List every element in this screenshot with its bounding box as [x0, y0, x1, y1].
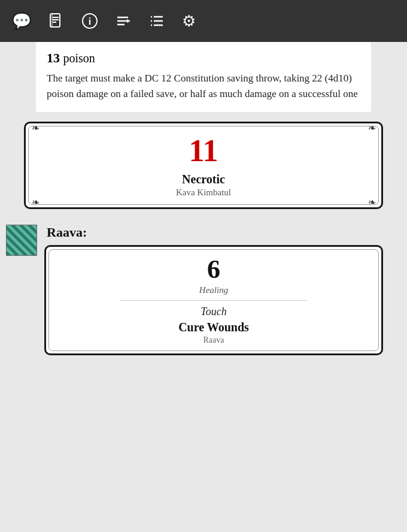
raava-avatar [6, 225, 37, 256]
corner-decoration-tl: ❧ [29, 122, 41, 134]
heal-spell-name: Cure Wounds [58, 321, 369, 334]
corner-decoration-bl: ❧ [29, 197, 41, 208]
heal-type: Healing [58, 285, 369, 295]
raava-section: Raava: 6 Healing Touch Cure Wounds Raava [0, 219, 407, 355]
toolbar: 💬 i ⚙ [0, 0, 407, 42]
chat-icon[interactable]: 💬 [12, 12, 31, 31]
main-content: 13 poison The target must make a DC 12 C… [0, 42, 407, 355]
list-icon[interactable] [148, 13, 165, 29]
corner-decoration-tr: ❧ [366, 122, 378, 134]
necrotic-roll-number: 11 [44, 135, 363, 167]
necrotic-roll-card: ❧ ❧ ❧ ❧ 11 Necrotic Kava Kimbatul [24, 122, 383, 209]
settings-icon[interactable]: ⚙ [182, 12, 196, 31]
script-icon[interactable] [115, 13, 132, 29]
healing-card: 6 Healing Touch Cure Wounds Raava [44, 245, 383, 355]
poison-damage: 13 poison [47, 50, 360, 66]
necrotic-roll-card-inner: ❧ ❧ ❧ ❧ 11 Necrotic Kava Kimbatul [24, 122, 383, 209]
heal-number: 6 [58, 256, 369, 283]
journal-icon[interactable] [48, 13, 65, 29]
heal-spell: Touch [58, 306, 369, 318]
raava-name: Raava: [44, 225, 383, 240]
necrotic-roll-source: Kava Kimbatul [44, 188, 363, 198]
separator [120, 300, 307, 301]
heal-source: Raava [58, 335, 369, 345]
svg-rect-1 [51, 14, 53, 27]
svg-text:i: i [89, 16, 92, 26]
poison-card: 13 poison The target must make a DC 12 C… [36, 42, 371, 112]
corner-decoration-br: ❧ [366, 197, 378, 208]
avatar-pattern [7, 225, 37, 255]
raava-content: Raava: 6 Healing Touch Cure Wounds Raava [44, 225, 383, 355]
info-icon[interactable]: i [81, 13, 98, 29]
poison-description: The target must make a DC 12 Constitutio… [47, 71, 360, 101]
necrotic-roll-label: Necrotic [44, 173, 363, 186]
